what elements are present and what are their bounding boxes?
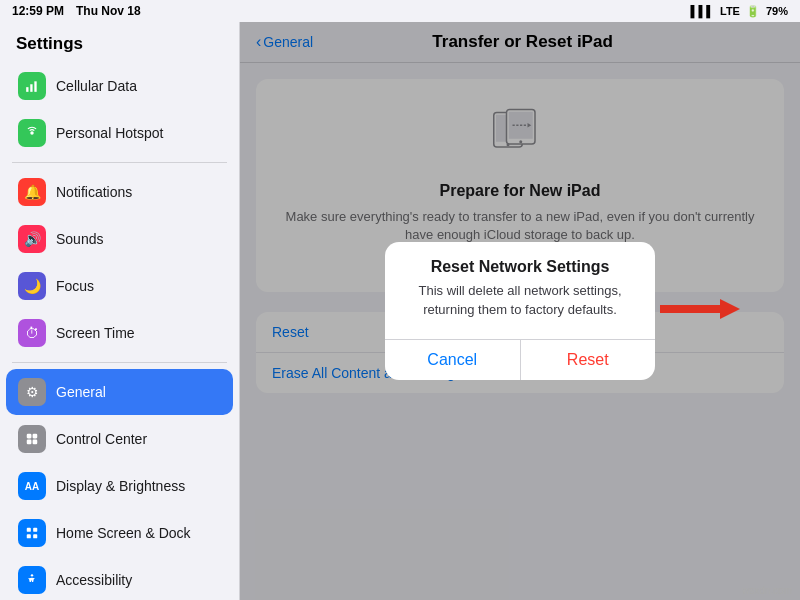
signal-label: LTE [720, 5, 740, 17]
status-bar: 12:59 PM Thu Nov 18 ▌▌▌ LTE 🔋 79% [0, 0, 800, 22]
sounds-label: Sounds [56, 231, 103, 247]
sidebar-item-general[interactable]: ⚙ General [6, 369, 233, 415]
accessibility-label: Accessibility [56, 572, 132, 588]
svg-point-3 [30, 131, 34, 135]
homescreen-label: Home Screen & Dock [56, 525, 191, 541]
focus-icon: 🌙 [18, 272, 46, 300]
sidebar-item-controlcenter[interactable]: Control Center [6, 416, 233, 462]
homescreen-icon [18, 519, 46, 547]
sidebar-item-accessibility[interactable]: Accessibility [6, 557, 233, 600]
sidebar-section-2: 🔔 Notifications 🔊 Sounds 🌙 Focus ⏱ Scree… [0, 169, 239, 356]
dialog-reset-button[interactable]: Reset [521, 340, 656, 380]
svg-rect-5 [33, 434, 38, 439]
dialog-message: This will delete all network settings, r… [401, 282, 639, 318]
dialog-overlay: Reset Network Settings This will delete … [240, 22, 800, 600]
sounds-icon: 🔊 [18, 225, 46, 253]
dialog-buttons: Cancel Reset [385, 339, 655, 380]
dialog-title: Reset Network Settings [401, 258, 639, 276]
watermark: wsxdn.com [742, 585, 792, 596]
status-right: ▌▌▌ LTE 🔋 79% [691, 5, 788, 18]
sidebar-item-notifications[interactable]: 🔔 Notifications [6, 169, 233, 215]
notifications-label: Notifications [56, 184, 132, 200]
cellular-icon [18, 72, 46, 100]
svg-marker-27 [720, 299, 740, 319]
sidebar-item-hotspot[interactable]: Personal Hotspot [6, 110, 233, 156]
svg-rect-4 [27, 434, 32, 439]
controlcenter-icon [18, 425, 46, 453]
general-label: General [56, 384, 106, 400]
svg-rect-0 [26, 87, 28, 92]
signal-icon: ▌▌▌ [691, 5, 714, 17]
sidebar-section-1: Cellular Data Personal Hotspot [0, 63, 239, 156]
hotspot-icon [18, 119, 46, 147]
display-label: Display & Brightness [56, 478, 185, 494]
sidebar-item-cellular[interactable]: Cellular Data [6, 63, 233, 109]
divider-2 [12, 362, 227, 363]
sidebar-item-screentime[interactable]: ⏱ Screen Time [6, 310, 233, 356]
svg-rect-11 [33, 534, 37, 538]
reset-network-dialog: Reset Network Settings This will delete … [385, 242, 655, 379]
svg-rect-10 [27, 534, 31, 538]
svg-rect-2 [34, 81, 36, 92]
dialog-cancel-button[interactable]: Cancel [385, 340, 521, 380]
screentime-icon: ⏱ [18, 319, 46, 347]
status-day: Thu Nov 18 [76, 4, 141, 18]
screentime-label: Screen Time [56, 325, 135, 341]
controlcenter-label: Control Center [56, 431, 147, 447]
general-icon: ⚙ [18, 378, 46, 406]
sidebar-item-homescreen[interactable]: Home Screen & Dock [6, 510, 233, 556]
battery-label: 79% [766, 5, 788, 17]
arrow-indicator [660, 294, 745, 328]
app-container: Settings Cellular Data Personal Hotspot … [0, 22, 800, 600]
svg-rect-1 [30, 84, 32, 92]
svg-rect-6 [27, 440, 32, 445]
svg-rect-9 [33, 528, 37, 532]
sidebar-item-focus[interactable]: 🌙 Focus [6, 263, 233, 309]
status-time: 12:59 PM [12, 4, 64, 18]
notifications-icon: 🔔 [18, 178, 46, 206]
focus-label: Focus [56, 278, 94, 294]
sidebar-section-3: ⚙ General Control Center AA Display & Br… [0, 369, 239, 600]
display-icon: AA [18, 472, 46, 500]
divider-1 [12, 162, 227, 163]
sidebar-title: Settings [0, 22, 239, 62]
svg-rect-8 [27, 528, 31, 532]
sidebar: Settings Cellular Data Personal Hotspot … [0, 22, 240, 600]
sidebar-item-sounds[interactable]: 🔊 Sounds [6, 216, 233, 262]
dialog-body: Reset Network Settings This will delete … [385, 242, 655, 326]
cellular-label: Cellular Data [56, 78, 137, 94]
dialog-container: Reset Network Settings This will delete … [385, 242, 655, 379]
battery-icon: 🔋 [746, 5, 760, 18]
hotspot-label: Personal Hotspot [56, 125, 163, 141]
svg-point-12 [31, 574, 33, 576]
svg-rect-7 [33, 440, 38, 445]
accessibility-icon [18, 566, 46, 594]
content-area: ‹ General Transfer or Reset iPad [240, 22, 800, 600]
sidebar-item-display[interactable]: AA Display & Brightness [6, 463, 233, 509]
